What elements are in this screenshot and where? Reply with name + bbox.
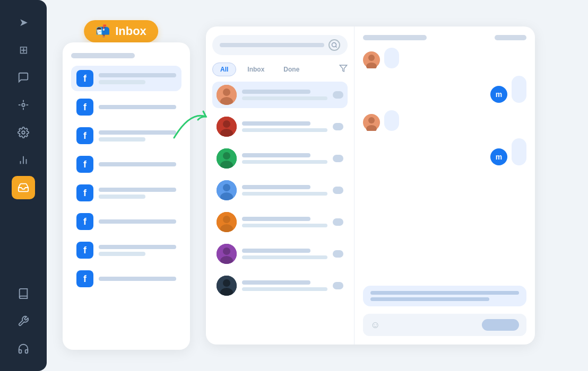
- sidebar: ➤ ⊞: [0, 0, 47, 371]
- msg-bubble-4: [512, 138, 526, 165]
- channel-lines-6: [99, 219, 176, 224]
- facebook-icon-4: f: [76, 156, 93, 173]
- svg-point-9: [332, 43, 336, 47]
- msg-bubble-2: [512, 76, 526, 103]
- conv-content-4: [242, 185, 327, 196]
- conv-content-5: [242, 217, 327, 227]
- channel-item-7[interactable]: f: [71, 237, 181, 263]
- arrow-decoration: [169, 101, 217, 151]
- emoji-icon[interactable]: ☺: [370, 320, 380, 331]
- conv-preview-line: [242, 160, 327, 164]
- inbox-panel-wrapper: 📬 Inbox f f f: [47, 42, 195, 350]
- svg-point-5: [22, 131, 25, 134]
- facebook-icon-3: f: [76, 127, 93, 144]
- conv-preview-line: [242, 192, 327, 196]
- tab-inbox[interactable]: Inbox: [239, 63, 272, 76]
- msg-bubble-last: [363, 286, 526, 306]
- svg-point-16: [223, 120, 230, 128]
- msg-avatar-user2: [363, 114, 380, 131]
- conv-item-7[interactable]: [212, 272, 348, 299]
- avatar-1: [217, 85, 237, 105]
- channel-item-8[interactable]: f: [71, 266, 181, 292]
- search-bar[interactable]: [212, 35, 348, 55]
- svg-point-0: [22, 103, 25, 107]
- conv-badge-4: [333, 187, 343, 194]
- avatar-5: [217, 212, 237, 232]
- input-actions: ☺: [370, 319, 519, 331]
- msg-row-1: [363, 48, 526, 68]
- avatar-3: [217, 148, 237, 169]
- sidebar-icon-support[interactable]: [12, 337, 35, 360]
- conv-item-4[interactable]: [212, 177, 348, 204]
- channel-item-1[interactable]: f: [71, 66, 181, 91]
- conv-preview-line: [242, 96, 327, 100]
- conv-item-6[interactable]: [212, 241, 348, 267]
- facebook-icon-6: f: [76, 213, 93, 230]
- msg-avatar-bot1: m: [490, 86, 507, 103]
- sidebar-icon-tools[interactable]: [12, 310, 35, 333]
- conv-item-5[interactable]: [212, 209, 348, 235]
- channel-line-short: [99, 252, 145, 256]
- channel-lines-1: [99, 73, 176, 84]
- search-icon[interactable]: [328, 39, 340, 51]
- channel-line-short: [99, 137, 145, 142]
- channel-line-short: [99, 195, 145, 199]
- filter-icon[interactable]: [339, 64, 348, 75]
- channel-item-4[interactable]: f: [71, 152, 181, 177]
- channel-item-2[interactable]: f: [71, 94, 181, 120]
- conv-item-2[interactable]: [212, 113, 348, 140]
- filter-tabs: All Inbox Done: [212, 63, 348, 76]
- svg-point-13: [223, 89, 230, 96]
- tab-done[interactable]: Done: [275, 63, 307, 76]
- channel-lines-5: [99, 188, 176, 199]
- conv-item-3[interactable]: [212, 145, 348, 172]
- channel-item-5[interactable]: f: [71, 180, 181, 206]
- facebook-icon-7: f: [76, 242, 93, 259]
- channel-line-long: [99, 130, 176, 135]
- conv-item-1[interactable]: [212, 82, 348, 108]
- sidebar-icon-grid[interactable]: ⊞: [12, 38, 35, 61]
- channel-line-long: [99, 105, 176, 109]
- channel-line-long: [99, 188, 176, 192]
- conv-name-line: [242, 185, 310, 189]
- conv-badge-1: [333, 91, 343, 99]
- svg-point-34: [368, 55, 375, 61]
- conv-badge-6: [333, 250, 343, 258]
- sidebar-icon-send[interactable]: ➤: [12, 11, 35, 34]
- svg-point-25: [223, 216, 230, 223]
- chat-input-area[interactable]: ☺: [363, 314, 526, 336]
- svg-point-19: [223, 152, 230, 160]
- sidebar-icon-settings[interactable]: [12, 121, 35, 144]
- sidebar-icon-chat[interactable]: [12, 66, 35, 89]
- svg-point-31: [223, 279, 230, 287]
- inbox-label-icon: 📬: [96, 24, 110, 38]
- conv-content-1: [242, 90, 327, 100]
- channel-item-6[interactable]: f: [71, 209, 181, 234]
- avatar-4: [217, 180, 237, 200]
- inbox-panel: f f f f: [63, 42, 190, 350]
- tab-all[interactable]: All: [212, 63, 236, 76]
- chat-header: [363, 35, 526, 40]
- facebook-icon-5: f: [76, 184, 93, 201]
- chat-spacer: [363, 173, 526, 278]
- sidebar-icon-library[interactable]: [12, 282, 35, 305]
- svg-point-22: [223, 184, 230, 191]
- avatar-2: [217, 117, 237, 137]
- channel-line-short: [99, 80, 145, 84]
- channel-item-3[interactable]: f: [71, 123, 181, 148]
- svg-point-28: [223, 248, 230, 255]
- channel-header-line: [71, 53, 135, 58]
- conv-name-line: [242, 217, 310, 221]
- conv-name-line: [242, 90, 310, 94]
- channel-line-long: [99, 219, 176, 224]
- conv-content-7: [242, 280, 327, 291]
- conv-name-line: [242, 121, 310, 126]
- sidebar-icon-chart[interactable]: [12, 148, 35, 172]
- msg-avatar-user1: [363, 51, 380, 68]
- conv-preview-line: [242, 255, 327, 259]
- conv-preview-line: [242, 224, 327, 227]
- conv-content-2: [242, 121, 327, 132]
- sidebar-icon-hub[interactable]: [12, 93, 35, 117]
- send-button[interactable]: [482, 319, 519, 331]
- sidebar-icon-inbox[interactable]: [12, 176, 35, 199]
